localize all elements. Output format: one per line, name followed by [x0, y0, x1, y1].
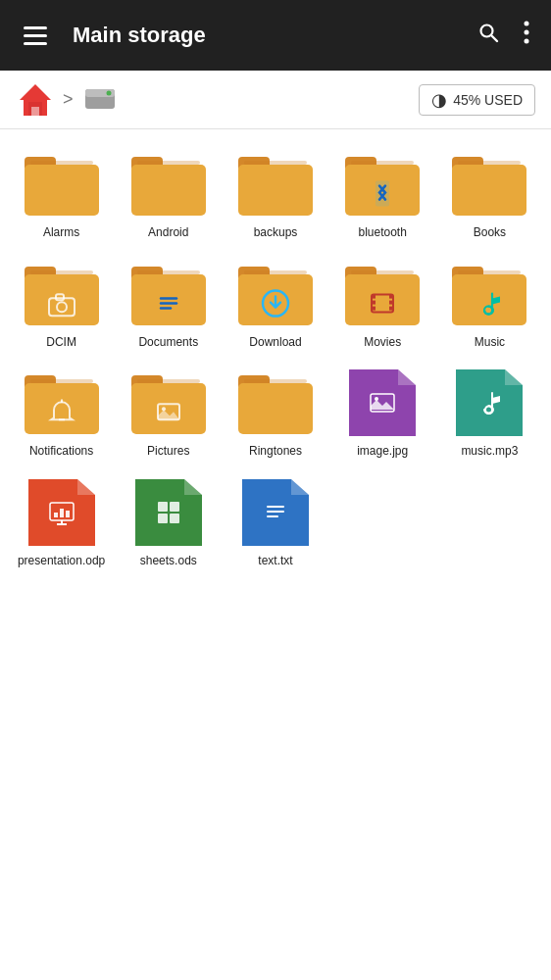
- file-item-documents[interactable]: Documents: [115, 251, 222, 357]
- file-item-image_jpg[interactable]: image.jpg: [329, 360, 436, 466]
- folder-icon-books: [450, 149, 528, 220]
- file-item-dcim[interactable]: DCIM: [8, 251, 115, 357]
- folder-icon-backups: [236, 149, 315, 220]
- storage-breadcrumb[interactable]: [81, 79, 119, 121]
- folder-icon-alarms: [23, 149, 101, 220]
- folder-icon-documents: [129, 259, 208, 329]
- svg-rect-52: [389, 300, 393, 304]
- file-item-android[interactable]: Android: [115, 141, 222, 247]
- folder-icon-movies: [343, 259, 422, 329]
- svg-rect-24: [376, 181, 389, 207]
- svg-rect-83: [54, 513, 58, 517]
- home-breadcrumb[interactable]: [16, 80, 55, 120]
- svg-point-67: [162, 408, 166, 412]
- file-label-alarms: Alarms: [43, 225, 79, 241]
- file-item-movies[interactable]: Movies: [329, 251, 436, 357]
- file-label-books: Books: [474, 225, 506, 241]
- file-grid: Alarms Android backups: [0, 129, 551, 586]
- file-label-bluetooth: bluetooth: [359, 225, 407, 241]
- file-item-pictures[interactable]: Pictures: [115, 360, 222, 466]
- svg-point-57: [484, 306, 492, 314]
- topbar-actions: [471, 15, 535, 56]
- menu-button[interactable]: [16, 19, 55, 53]
- svg-point-3: [525, 30, 529, 35]
- storage-used-label: 45% USED: [453, 92, 523, 108]
- folder-icon-music: [450, 259, 528, 329]
- svg-point-4: [525, 39, 529, 44]
- breadcrumb-separator: >: [63, 89, 74, 110]
- svg-rect-53: [389, 306, 393, 310]
- svg-line-1: [492, 36, 498, 42]
- svg-marker-79: [77, 479, 95, 495]
- file-item-alarms[interactable]: Alarms: [8, 141, 115, 247]
- file-label-documents: Documents: [138, 335, 198, 351]
- svg-rect-50: [372, 306, 376, 310]
- file-label-download: Download: [249, 335, 301, 351]
- svg-rect-49: [372, 300, 376, 304]
- storage-half-icon: ◑: [431, 89, 447, 111]
- storage-icon: [81, 79, 119, 117]
- file-item-books[interactable]: Books: [436, 141, 543, 247]
- page-title: Main storage: [73, 23, 453, 48]
- svg-rect-8: [31, 107, 39, 116]
- svg-point-32: [57, 302, 67, 312]
- svg-marker-93: [291, 479, 309, 495]
- svg-point-77: [485, 407, 492, 414]
- file-label-pictures: Pictures: [147, 444, 189, 460]
- svg-rect-85: [66, 511, 70, 517]
- file-label-presentation: presentation.odp: [18, 554, 105, 569]
- file-item-download[interactable]: Download: [222, 251, 328, 357]
- svg-rect-91: [170, 514, 179, 523]
- svg-rect-88: [158, 502, 168, 512]
- more-options-button[interactable]: [518, 15, 535, 56]
- folder-icon-pictures: [129, 368, 208, 438]
- file-label-music: Music: [475, 335, 505, 351]
- file-item-sheets[interactable]: sheets.ods: [115, 469, 222, 575]
- breadcrumb: > ◑ 45% USED: [0, 71, 551, 129]
- file-label-text: text.txt: [258, 554, 292, 569]
- svg-rect-51: [389, 294, 393, 298]
- file-item-music[interactable]: Music: [436, 251, 543, 357]
- file-item-music_mp3[interactable]: music.mp3: [436, 360, 543, 466]
- file-label-music_mp3: music.mp3: [461, 444, 518, 460]
- file-item-bluetooth[interactable]: bluetooth: [329, 141, 436, 247]
- file-item-notifications[interactable]: Notifications: [8, 360, 115, 466]
- folder-icon-bluetooth: [343, 149, 422, 220]
- svg-marker-76: [505, 369, 523, 385]
- file-label-dcim: DCIM: [46, 335, 76, 351]
- file-item-text[interactable]: text.txt: [222, 469, 328, 575]
- folder-icon-notifications: [23, 368, 101, 438]
- svg-marker-87: [184, 479, 202, 495]
- svg-point-11: [106, 90, 111, 95]
- folder-icon-android: [129, 149, 208, 220]
- topbar: Main storage: [0, 0, 551, 71]
- file-icon-music_mp3: [450, 368, 528, 438]
- file-item-backups[interactable]: backups: [222, 141, 328, 247]
- file-icon-text: [236, 477, 315, 548]
- svg-marker-72: [398, 369, 416, 385]
- svg-rect-89: [170, 502, 179, 512]
- folder-icon-download: [236, 259, 315, 329]
- file-label-backups: backups: [254, 225, 298, 241]
- svg-point-2: [525, 22, 529, 26]
- file-label-image_jpg: image.jpg: [357, 444, 408, 460]
- folder-icon-dcim: [23, 259, 101, 329]
- file-item-ringtones[interactable]: Ringtones: [222, 360, 328, 466]
- svg-rect-48: [372, 294, 376, 298]
- file-label-movies: Movies: [364, 335, 401, 351]
- file-icon-image_jpg: [343, 368, 422, 438]
- home-icon: [16, 80, 55, 120]
- search-button[interactable]: [471, 15, 506, 56]
- svg-rect-84: [60, 509, 64, 517]
- storage-usage-badge: ◑ 45% USED: [419, 84, 535, 116]
- svg-point-74: [375, 397, 378, 401]
- file-item-presentation[interactable]: presentation.odp: [8, 469, 115, 575]
- file-label-android: Android: [148, 225, 188, 241]
- file-label-notifications: Notifications: [29, 444, 93, 460]
- file-icon-presentation: [23, 477, 101, 548]
- svg-rect-90: [158, 514, 168, 523]
- folder-icon-ringtones: [236, 368, 315, 438]
- file-icon-sheets: [129, 477, 208, 548]
- file-label-ringtones: Ringtones: [249, 444, 302, 460]
- file-label-sheets: sheets.ods: [140, 554, 197, 569]
